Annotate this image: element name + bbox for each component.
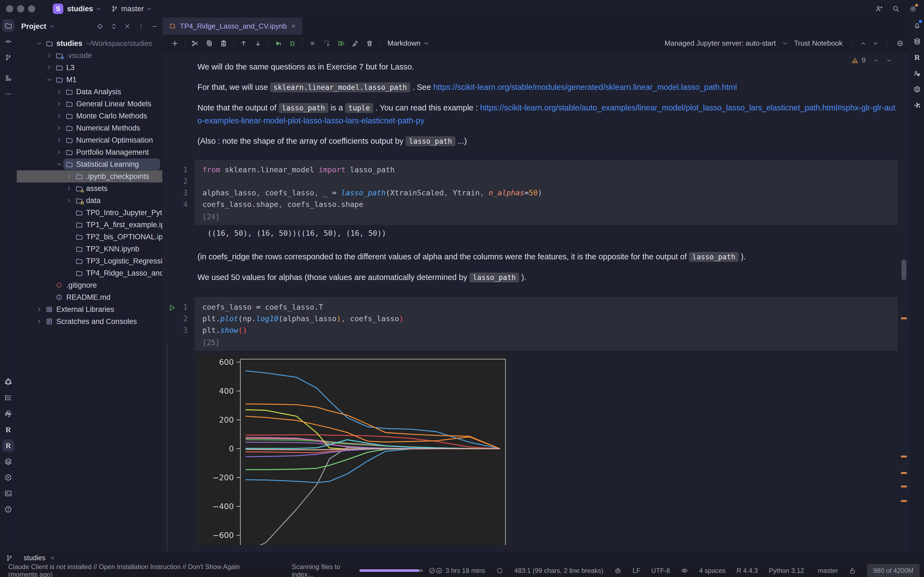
expand-all-icon[interactable] — [111, 23, 117, 30]
run-cell-gutter-icon[interactable] — [168, 304, 176, 312]
inspection-widget[interactable]: 9 — [851, 56, 892, 64]
chevron-right-icon[interactable] — [64, 198, 74, 204]
project-switcher-label[interactable]: studies — [67, 5, 93, 13]
indexing-pause-icon[interactable] — [428, 567, 436, 574]
rail-problems-tool[interactable] — [0, 501, 16, 517]
status-line-separator[interactable]: LF — [633, 567, 640, 575]
code-with-me-icon[interactable] — [875, 5, 883, 13]
status-time-tracker[interactable]: 3 hrs 18 mins — [436, 567, 485, 575]
restart-kernel-button[interactable] — [320, 37, 334, 50]
rail-r-graphics-tool[interactable]: R — [909, 50, 924, 65]
chevron-right-icon[interactable] — [44, 64, 54, 71]
chevron-right-icon[interactable] — [34, 306, 44, 313]
rail-version-control-tool[interactable] — [0, 50, 16, 65]
git-branch-icon[interactable] — [6, 555, 13, 561]
add-cell-button[interactable] — [168, 37, 182, 50]
move-cell-down-button[interactable] — [251, 37, 265, 50]
cell-type-dropdown[interactable]: Markdown — [388, 39, 429, 48]
status-write-access[interactable] — [849, 567, 856, 574]
rail-r-tools[interactable]: R — [0, 438, 16, 454]
jupyter-server-selector[interactable]: Managed Jupyter server: auto-start — [665, 39, 776, 48]
tree-item-data[interactable]: data — [17, 195, 162, 206]
chevron-right-icon[interactable] — [54, 113, 64, 119]
cell-code-area[interactable]: from sklearn.linear_model import lasso_p… — [195, 160, 898, 225]
cut-cell-button[interactable] — [188, 37, 202, 50]
tree-item--ipynb-checkpoints[interactable]: .ipynb_checkpoints — [17, 170, 162, 182]
status-assistant-widget[interactable] — [614, 567, 622, 574]
editor-scrollbar[interactable] — [901, 259, 906, 280]
rail-todo-tool[interactable] — [0, 390, 16, 406]
tree-item-readme-md[interactable]: README.md — [17, 291, 162, 303]
prev-cell-icon[interactable] — [861, 40, 866, 47]
hide-panel-icon[interactable] — [151, 23, 158, 30]
rail-more-tools[interactable] — [0, 86, 16, 102]
tree-item-assets[interactable]: assets — [17, 182, 162, 195]
status-memory-indicator[interactable]: 980 of 4200M — [867, 564, 919, 577]
rail-terminal-tool[interactable] — [0, 485, 16, 501]
tree-item-tp1-a-first-example-ipynb[interactable]: TP1_A_first_example.ipynb — [17, 219, 162, 231]
chevron-right-icon[interactable] — [64, 173, 74, 179]
error-stripe-mark[interactable] — [901, 472, 907, 474]
doc-link[interactable]: https://scikit-learn.org/stable/modules/… — [433, 83, 737, 92]
status-ai-quota[interactable] — [496, 567, 503, 574]
error-stripe-mark[interactable] — [901, 485, 907, 487]
tab-notebook[interactable]: TP4_Ridge_Lasso_and_CV.ipynb — [163, 18, 302, 35]
window-zoom-button[interactable] — [28, 5, 35, 12]
paste-cell-button[interactable] — [216, 37, 231, 50]
tree-item-data-analysis[interactable]: Data Analysis — [17, 86, 162, 98]
chevron-right-icon[interactable] — [34, 318, 44, 324]
chevron-down-icon[interactable] — [54, 161, 64, 167]
chevron-down-icon[interactable] — [48, 23, 55, 29]
rail-services-tool[interactable] — [0, 469, 16, 485]
tree-item-monte-carlo-methods[interactable]: Monte Carlo Methods — [17, 110, 162, 122]
tree-item-l3[interactable]: L3 — [17, 61, 162, 74]
chevron-right-icon[interactable] — [54, 137, 64, 143]
stop-kernel-button[interactable] — [305, 37, 320, 50]
search-everywhere-icon[interactable] — [892, 5, 900, 13]
collapse-all-icon[interactable] — [124, 23, 130, 30]
status-python-interpreter[interactable]: Python 3.12 — [769, 567, 804, 575]
next-problem-icon[interactable] — [886, 57, 892, 63]
rail-python-packages-tool[interactable] — [0, 406, 16, 422]
chevron-right-icon[interactable] — [54, 101, 64, 107]
chevron-right-icon[interactable] — [54, 125, 64, 131]
chevron-down-icon[interactable] — [44, 77, 54, 83]
rail-structure-tool[interactable] — [0, 70, 16, 86]
clear-outputs-button[interactable] — [348, 37, 362, 50]
status-caret-position[interactable]: 483:1 (99 chars, 2 line breaks) — [514, 567, 603, 575]
chevron-right-icon[interactable] — [44, 53, 54, 58]
code-cell-1[interactable]: 1234 from sklearn.linear_model import la… — [163, 160, 898, 225]
code-cell-2[interactable]: 123 coefs_lasso = coefs_lasso.Tplt.plot(… — [163, 297, 898, 351]
prev-problem-icon[interactable] — [873, 57, 879, 63]
tree-item-studies[interactable]: studies~/Workspace/studies — [17, 37, 162, 50]
tree-item-tp2-bis-optional-ipynb[interactable]: TP2_bis_OPTIONAL.ipynb — [17, 231, 162, 243]
panel-options-icon[interactable] — [137, 23, 144, 30]
rail-dependencies-tool[interactable] — [0, 454, 16, 469]
rail-database-tool[interactable] — [909, 34, 924, 50]
git-branch-switcher[interactable]: master — [111, 5, 152, 13]
tree-item-m1[interactable]: M1 — [17, 74, 162, 86]
tree-item-general-linear-models[interactable]: General Linear Models — [17, 98, 162, 110]
status-r-version[interactable]: R 4.4.3 — [737, 567, 758, 575]
move-cell-up-button[interactable] — [236, 37, 251, 50]
indexing-widget[interactable]: Scanning files to index... — [292, 563, 436, 577]
rail-r-console-tool[interactable]: R — [0, 422, 16, 438]
rail-notifications[interactable] — [909, 18, 924, 34]
tree-item--gitignore[interactable]: .gitignore — [17, 279, 162, 291]
tree-item-portfolio-management[interactable]: Portfolio Management — [17, 146, 162, 158]
trust-notebook-button[interactable]: Trust Notebook — [794, 39, 843, 48]
tool-window-tab-studies[interactable]: studies — [24, 554, 55, 562]
tree-item--vscode[interactable]: .vscode — [17, 50, 162, 61]
status-highlighting-level[interactable] — [681, 567, 688, 574]
error-stripe-mark[interactable] — [901, 318, 907, 319]
error-stripe-mark[interactable] — [901, 500, 907, 502]
next-cell-icon[interactable] — [872, 40, 879, 47]
tree-item-external-libraries[interactable]: External Libraries — [17, 303, 162, 316]
tree-item-tp3-logistic-regression-an[interactable]: TP3_Logistic_Regression_an — [17, 255, 162, 267]
tree-item-tp4-ridge-lasso-and-cv-ip[interactable]: TP4_Ridge_Lasso_and_CV.ip — [17, 267, 162, 279]
window-minimize-button[interactable] — [17, 5, 24, 12]
chevron-right-icon[interactable] — [54, 89, 64, 95]
error-stripe-mark[interactable] — [901, 456, 907, 458]
tree-item-tp0-intro-jupyter-python-ip[interactable]: TP0_Intro_Jupyter_Python.ip — [17, 206, 162, 219]
status-file-encoding[interactable]: UTF-8 — [651, 567, 670, 575]
